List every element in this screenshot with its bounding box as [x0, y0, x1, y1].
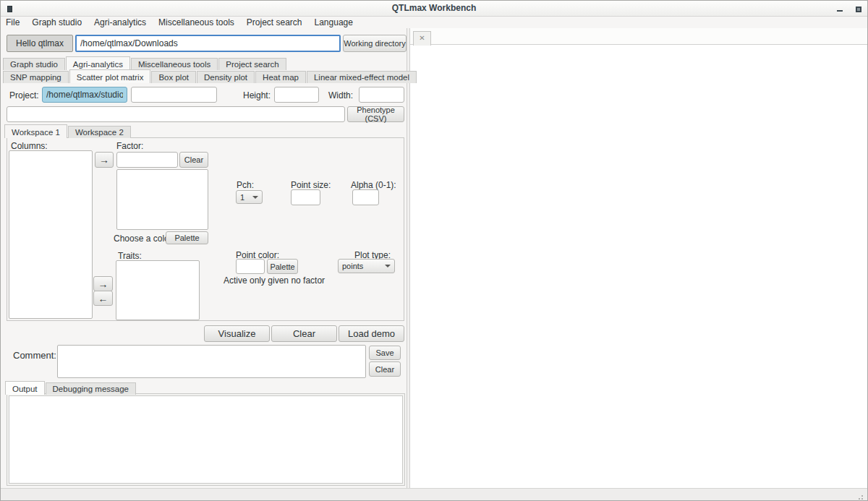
output-frame [7, 393, 405, 486]
move-to-factor-button[interactable]: → [95, 152, 114, 168]
point-color-note: Active only given no factor [224, 275, 325, 286]
tab-project-search[interactable]: Project search [218, 58, 286, 70]
plot-panel-tab-bar [410, 28, 867, 45]
menu-bar: File Graph studio Agri-analytics Miscell… [1, 17, 867, 28]
alpha-label: Alpha (0-1): [351, 180, 396, 190]
point-color-input[interactable] [236, 259, 265, 274]
columns-listbox[interactable] [9, 150, 93, 319]
tab-heat-map[interactable]: Heat map [255, 71, 306, 83]
menu-item-graph-studio[interactable]: Graph studio [32, 17, 82, 27]
tab-scatter-plot-matrix[interactable]: Scatter plot matrix [69, 69, 151, 83]
factor-input[interactable] [116, 152, 178, 168]
factor-clear-button[interactable]: Clear [179, 152, 208, 168]
minimize-icon[interactable] [837, 10, 843, 12]
comment-label: Comment: [13, 350, 56, 361]
traits-label: Traits: [118, 251, 142, 261]
project-name-input[interactable] [131, 87, 217, 103]
menu-item-miscellaneous-tools[interactable]: Miscellaneous tools [158, 17, 234, 27]
tab-linear-mixed-effect-model[interactable]: Linear mixed-effect model [307, 71, 417, 83]
tab-workspace-1[interactable]: Workspace 1 [4, 124, 67, 138]
menu-item-project-search[interactable]: Project search [247, 17, 302, 27]
tab-output[interactable]: Output [5, 381, 45, 395]
status-bar [1, 488, 867, 500]
working-directory-button[interactable]: Working directory [343, 35, 407, 52]
project-label: Project: [9, 90, 39, 100]
phenotype-path-input[interactable] [7, 106, 345, 122]
arrow-right-icon: → [99, 155, 109, 165]
tab-graph-studio[interactable]: Graph studio [3, 58, 65, 70]
project-path-input[interactable] [42, 87, 127, 103]
working-directory-input[interactable] [75, 35, 341, 52]
traits-listbox[interactable] [116, 260, 200, 320]
plot-type-dropdown[interactable]: points [338, 259, 395, 273]
tab-density-plot[interactable]: Density plot [197, 71, 255, 83]
height-input[interactable] [274, 87, 319, 103]
menu-item-language[interactable]: Language [315, 17, 353, 27]
title-bar: QTLmax Workbench [1, 1, 867, 17]
width-input[interactable] [359, 87, 404, 103]
tab-box-plot[interactable]: Box plot [151, 71, 196, 83]
move-trait-left-button[interactable]: ← [93, 291, 113, 306]
qtlmax-workbench-window: QTLmax Workbench File Graph studio Agri-… [0, 0, 868, 501]
columns-label: Columns: [11, 141, 48, 151]
output-textarea[interactable] [9, 395, 403, 484]
alpha-input[interactable] [352, 189, 379, 205]
tab-miscellaneous-tools[interactable]: Miscellaneous tools [131, 58, 218, 70]
window-icon [7, 6, 12, 12]
arrow-right-icon: → [98, 279, 109, 289]
pch-label: Pch: [237, 180, 254, 190]
move-trait-right-button[interactable]: → [93, 276, 113, 291]
factor-listbox[interactable] [116, 169, 208, 230]
visualize-button[interactable]: Visualize [204, 325, 270, 342]
tab-snp-mapping[interactable]: SNP mapping [3, 71, 69, 83]
clear-button[interactable]: Clear [271, 325, 337, 342]
menu-item-file[interactable]: File [6, 17, 20, 27]
arrow-left-icon: ← [98, 294, 109, 304]
comment-save-button[interactable]: Save [369, 346, 401, 360]
point-size-label: Point size: [291, 180, 331, 190]
plot-panel [410, 28, 867, 488]
tab-debugging-message[interactable]: Debugging message [46, 382, 137, 395]
point-color-palette-button[interactable]: Palette [267, 259, 298, 274]
close-icon: ✕ [419, 34, 425, 42]
factor-palette-button[interactable]: Palette [166, 231, 208, 244]
tab-agri-analytics[interactable]: Agri-analytics [66, 56, 130, 70]
width-label: Width: [328, 90, 353, 100]
tab-workspace-2[interactable]: Workspace 2 [68, 126, 131, 138]
menu-item-agri-analytics[interactable]: Agri-analytics [94, 17, 146, 27]
plot-tab-close[interactable]: ✕ [413, 31, 431, 46]
load-demo-button[interactable]: Load demo [339, 325, 404, 342]
factor-label: Factor: [116, 141, 143, 151]
window-title: QTLmax Workbench [1, 1, 867, 16]
caret-down-icon [385, 265, 391, 267]
height-label: Height: [243, 90, 271, 100]
caret-down-icon [252, 196, 258, 199]
pch-dropdown[interactable]: 1 [236, 190, 263, 204]
resize-grip-icon[interactable] [856, 493, 864, 500]
maximize-icon[interactable] [856, 7, 861, 12]
hello-button[interactable]: Hello qtlmax [7, 35, 73, 52]
phenotype-csv-button[interactable]: Phenotype (CSV) [347, 106, 404, 122]
comment-clear-button[interactable]: Clear [369, 361, 401, 377]
point-size-input[interactable] [291, 189, 320, 205]
comment-textarea[interactable] [57, 345, 366, 378]
